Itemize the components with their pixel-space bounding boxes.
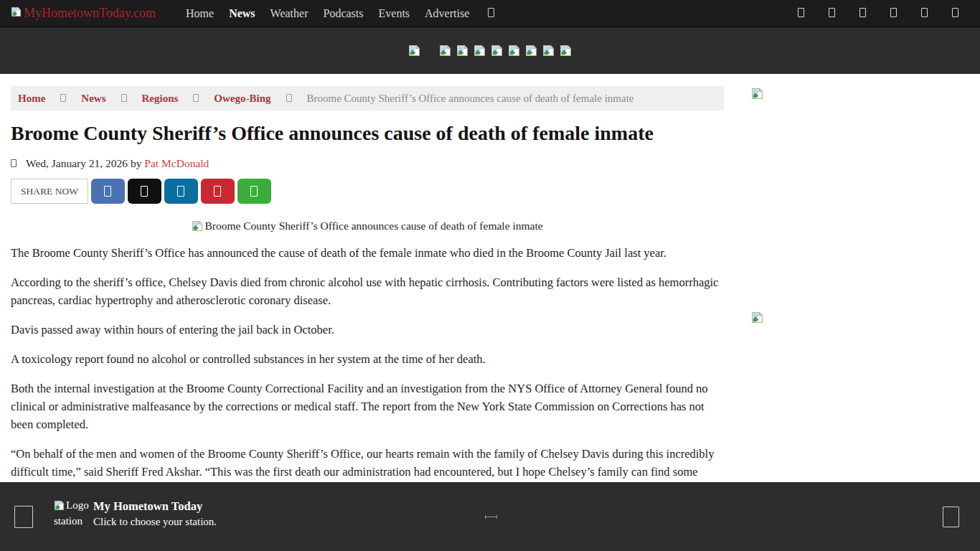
x-twitter-icon bbox=[141, 186, 148, 197]
nav-item-weather[interactable]: Weather bbox=[270, 7, 308, 20]
share-facebook-button[interactable] bbox=[91, 179, 125, 204]
author-link[interactable]: Pat McDonald bbox=[144, 157, 209, 169]
chevron-separator-icon bbox=[60, 93, 66, 105]
share-linkedin-button[interactable] bbox=[164, 179, 198, 204]
linkedin-icon bbox=[177, 186, 184, 197]
chevron-separator-icon bbox=[121, 93, 127, 105]
whatsapp-icon bbox=[250, 186, 258, 197]
breadcrumb-link-news[interactable]: News bbox=[81, 93, 105, 105]
social-icon[interactable] bbox=[829, 7, 835, 20]
nav-item-news[interactable]: News bbox=[229, 7, 255, 20]
chevron-separator-icon bbox=[286, 93, 292, 105]
social-icon[interactable] bbox=[921, 7, 928, 20]
station-broken-logo-image[interactable] bbox=[473, 44, 486, 57]
nav-item-advertise[interactable]: Advertise bbox=[425, 7, 469, 20]
player-volume-icon[interactable] bbox=[943, 507, 959, 530]
broken-image-icon bbox=[751, 90, 763, 102]
share-row: SHARE NOW bbox=[11, 179, 724, 204]
share-pinterest-button[interactable] bbox=[201, 179, 235, 204]
article-paragraph: According to the sheriff’s office, Chels… bbox=[11, 273, 724, 309]
page-title: Broome County Sheriff’s Office announces… bbox=[11, 121, 724, 146]
article-image-alt-text: Broome County Sheriff’s Office announces… bbox=[204, 220, 542, 232]
page-content: HomeNewsRegionsOwego-BingBroome County S… bbox=[0, 74, 980, 517]
station-logo-single bbox=[408, 44, 420, 57]
breadcrumb: HomeNewsRegionsOwego-BingBroome County S… bbox=[11, 86, 724, 110]
article-meta: Wed, January 21, 2026 by Pat McDonald bbox=[11, 157, 724, 170]
player-station-name: My Hometown Today bbox=[93, 499, 202, 514]
station-broken-logo-image[interactable] bbox=[491, 44, 503, 57]
share-whatsapp-button[interactable] bbox=[237, 179, 271, 204]
station-broken-logo-image[interactable] bbox=[439, 44, 451, 57]
station-broken-logo-image[interactable] bbox=[456, 44, 468, 57]
article-paragraph: Both the internal investigation at the B… bbox=[11, 380, 724, 433]
station-player-bar: Logo station My Hometown Today Click to … bbox=[0, 482, 980, 551]
broken-logo-image-icon bbox=[11, 6, 22, 20]
social-icon[interactable] bbox=[798, 7, 804, 20]
breadcrumb-link-home[interactable]: Home bbox=[18, 93, 45, 105]
sidebar-ad-broken-image-1 bbox=[751, 88, 763, 100]
station-broken-logo-image[interactable] bbox=[525, 44, 537, 57]
nav-item-events[interactable]: Events bbox=[379, 7, 410, 20]
broken-image-icon bbox=[54, 499, 66, 511]
main-nav: HomeNewsWeatherPodcastsEventsAdvertise bbox=[186, 7, 469, 20]
breadcrumb-link-regions[interactable]: Regions bbox=[142, 93, 179, 105]
pinterest-icon bbox=[214, 186, 221, 197]
sidebar-ad-broken-image-2 bbox=[751, 311, 763, 324]
station-logo-group bbox=[439, 44, 572, 57]
site-logo-text: MyHometownToday.com bbox=[24, 6, 156, 21]
site-logo-link[interactable]: MyHometownToday.com bbox=[11, 6, 156, 21]
nav-item-home[interactable]: Home bbox=[186, 7, 214, 20]
article-paragraph: Davis passed away within hours of enteri… bbox=[11, 321, 724, 339]
player-choose-station-link[interactable]: Click to choose your station. bbox=[93, 516, 217, 528]
social-icon[interactable] bbox=[952, 7, 958, 20]
social-icon[interactable] bbox=[890, 7, 897, 20]
search-icon[interactable] bbox=[488, 7, 494, 20]
broken-image-icon bbox=[192, 220, 204, 232]
station-logo-broken-image[interactable]: Logo station bbox=[54, 497, 93, 529]
chevron-separator-icon bbox=[193, 93, 199, 105]
breadcrumb-current: Broome County Sheriff’s Office announces… bbox=[307, 93, 634, 105]
breadcrumb-link-owego-bing[interactable]: Owego-Bing bbox=[214, 93, 270, 105]
article-body: The Broome County Sheriff’s Office has a… bbox=[11, 244, 724, 517]
social-icons bbox=[798, 7, 958, 20]
article-column: HomeNewsRegionsOwego-BingBroome County S… bbox=[11, 86, 724, 517]
article-paragraph: A toxicology report found no alcohol or … bbox=[11, 350, 724, 368]
station-logo-strip bbox=[0, 27, 980, 74]
calendar-icon bbox=[11, 157, 17, 170]
nav-item-podcasts[interactable]: Podcasts bbox=[324, 7, 364, 20]
station-broken-logo-image[interactable] bbox=[408, 44, 420, 57]
share-x-twitter-button[interactable] bbox=[128, 179, 161, 204]
station-broken-logo-image[interactable] bbox=[508, 44, 520, 57]
station-broken-logo-image[interactable] bbox=[560, 44, 572, 57]
article-date: Wed, January 21, 2026 by Pat McDonald bbox=[26, 157, 209, 170]
station-broken-logo-image[interactable] bbox=[542, 44, 555, 57]
broken-image-icon bbox=[751, 314, 763, 326]
player-progress-bar[interactable] bbox=[485, 515, 497, 519]
share-now-label: SHARE NOW bbox=[11, 179, 88, 204]
top-nav-bar: MyHometownToday.com HomeNewsWeatherPodca… bbox=[0, 0, 980, 27]
player-play-icon[interactable] bbox=[14, 506, 33, 531]
social-icon[interactable] bbox=[859, 7, 866, 20]
article-paragraph: The Broome County Sheriff’s Office has a… bbox=[11, 244, 724, 262]
article-image-broken: Broome County Sheriff’s Office announces… bbox=[11, 220, 724, 232]
facebook-icon bbox=[104, 186, 111, 197]
